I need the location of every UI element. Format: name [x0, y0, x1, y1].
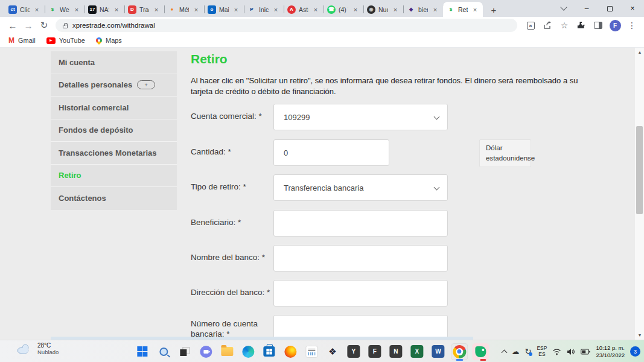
address-bar[interactable]: xprestrade.com/withdrawal: [56, 19, 517, 32]
bookmark-gmail[interactable]: M Gmail: [8, 36, 36, 45]
task-view-button[interactable]: [176, 343, 193, 360]
browser-tab[interactable]: $ Web ×: [45, 2, 84, 17]
sidebar-item[interactable]: Detalles personales +: [51, 74, 177, 97]
tab-close-icon[interactable]: ×: [112, 5, 121, 14]
sidebar-item[interactable]: Contáctenos: [51, 187, 177, 210]
scrollbar-thumb[interactable]: [636, 126, 643, 214]
kebab-menu-icon[interactable]: ⋮: [625, 18, 639, 33]
edge-button[interactable]: [240, 343, 257, 360]
start-button[interactable]: [134, 343, 151, 360]
forward-button[interactable]: →: [21, 17, 36, 33]
side-panel-icon[interactable]: [591, 18, 605, 33]
app-y-button[interactable]: Y: [345, 343, 362, 360]
language-indicator[interactable]: ESP ES: [537, 346, 547, 357]
tab-close-icon[interactable]: ×: [471, 5, 479, 14]
new-tab-button[interactable]: +: [486, 2, 501, 17]
sidebar-item[interactable]: Transacciones Monetarias: [51, 142, 177, 165]
browser-tab[interactable]: ● Méto ×: [164, 2, 204, 17]
teams-chat-button[interactable]: [197, 343, 214, 360]
sidebar-item-label: Fondos de depósito: [59, 125, 133, 135]
vertical-scrollbar[interactable]: ▲ ▼: [634, 48, 644, 340]
tab-search-chevron-icon[interactable]: [552, 0, 575, 17]
maximize-button[interactable]: [598, 0, 621, 17]
browser-tab[interactable]: ◉ Nue ×: [363, 2, 403, 17]
trading-account-select[interactable]: 109299: [273, 104, 448, 130]
tab-favicon-icon: P: [247, 5, 256, 14]
tab-close-icon[interactable]: ×: [72, 5, 81, 14]
browser-tab[interactable]: $ Retir ×: [443, 2, 483, 17]
sidebar-item[interactable]: Fondos de depósito: [51, 119, 177, 142]
tray-time: 10:12 p. m.: [596, 345, 625, 352]
extensions-puzzle-icon[interactable]: [574, 18, 588, 33]
notification-badge[interactable]: 3: [630, 346, 640, 357]
browser-tab[interactable]: 17 NASD ×: [84, 2, 124, 17]
tab-close-icon[interactable]: ×: [431, 5, 439, 14]
browser-tab[interactable]: ◆ bien ×: [403, 2, 443, 17]
back-button[interactable]: ←: [5, 17, 21, 33]
browser-toolbar: ← → ↻ xprestrade.com/withdrawal a ☆ F ⋮: [0, 17, 644, 34]
amazon-button[interactable]: [303, 343, 320, 360]
scroll-up-arrow[interactable]: ▲: [635, 48, 644, 57]
tab-close-icon[interactable]: ×: [351, 5, 360, 14]
weather-temp: 28°C: [37, 342, 59, 349]
sidebar-item[interactable]: Mi cuenta: [51, 51, 177, 74]
firefox-button[interactable]: [282, 343, 299, 360]
tab-favicon-icon: ◉: [367, 5, 375, 14]
file-explorer-button[interactable]: [218, 343, 235, 360]
chrome-button[interactable]: [451, 343, 468, 360]
tab-close-icon[interactable]: ×: [192, 5, 200, 14]
translate-icon[interactable]: a: [523, 18, 538, 33]
bookmark-youtube[interactable]: YouTube: [46, 37, 85, 44]
weather-widget[interactable]: 28°C Nublado: [16, 342, 59, 355]
browser-tab[interactable]: ct Click ×: [5, 2, 45, 17]
wifi-icon[interactable]: [552, 348, 561, 355]
tab-close-icon[interactable]: ×: [33, 5, 41, 14]
browser-tab[interactable]: D Trad ×: [124, 2, 164, 17]
search-button[interactable]: [155, 343, 172, 360]
bookmark-star-icon[interactable]: ☆: [557, 18, 572, 33]
tab-close-icon[interactable]: ×: [232, 5, 240, 14]
lock-icon[interactable]: [63, 25, 68, 28]
amount-input[interactable]: 0: [273, 139, 389, 166]
sidebar-item[interactable]: Historial comercial: [51, 97, 177, 119]
bank-name-input[interactable]: [273, 245, 448, 272]
browser-tab[interactable]: P Inicie ×: [244, 2, 284, 17]
evernote-button[interactable]: [472, 343, 489, 360]
account-label: Cuenta comercial: *: [191, 104, 270, 121]
app-n-button[interactable]: N: [387, 343, 404, 360]
battery-icon[interactable]: [581, 349, 590, 355]
expand-pill-icon[interactable]: +: [137, 80, 155, 89]
word-button[interactable]: W: [430, 343, 447, 360]
speaker-icon[interactable]: [567, 348, 575, 355]
browser-tab[interactable]: o Mail ×: [204, 2, 244, 17]
scroll-down-arrow[interactable]: ▼: [635, 331, 644, 340]
reload-button[interactable]: ↻: [36, 17, 52, 33]
sync-icon[interactable]: ↻: [525, 347, 532, 356]
close-button[interactable]: ×: [621, 0, 644, 17]
bookmark-maps[interactable]: Maps: [96, 37, 122, 44]
chevron-down-icon: [434, 185, 440, 191]
minimize-button[interactable]: –: [575, 0, 598, 17]
sidebar-item[interactable]: Retiro: [51, 165, 177, 188]
excel-button[interactable]: X: [409, 343, 426, 360]
hidden-icons-chevron[interactable]: [502, 349, 506, 355]
onedrive-cloud-icon[interactable]: ☁: [512, 347, 520, 356]
ms-store-button[interactable]: [261, 343, 278, 360]
dropbox-button[interactable]: ❖: [324, 343, 341, 360]
share-icon[interactable]: [540, 18, 555, 33]
app-f-button[interactable]: F: [366, 343, 383, 360]
tab-close-icon[interactable]: ×: [391, 5, 400, 14]
browser-tab[interactable]: ☎ (4) W ×: [324, 2, 363, 17]
account-number-input[interactable]: [273, 315, 448, 340]
browser-tab[interactable]: A Astro ×: [284, 2, 324, 17]
url-text[interactable]: xprestrade.com/withdrawal: [72, 22, 155, 29]
withdraw-type-select[interactable]: Transferencia bancaria: [273, 174, 448, 201]
task-view-icon: [180, 347, 189, 356]
beneficiary-input[interactable]: [273, 210, 448, 237]
clock[interactable]: 10:12 p. m. 23/10/2022: [596, 345, 625, 358]
profile-avatar[interactable]: F: [608, 18, 622, 33]
tab-close-icon[interactable]: ×: [152, 5, 161, 14]
bank-address-input[interactable]: [273, 280, 448, 306]
tab-close-icon[interactable]: ×: [311, 5, 320, 14]
tab-close-icon[interactable]: ×: [272, 5, 280, 14]
